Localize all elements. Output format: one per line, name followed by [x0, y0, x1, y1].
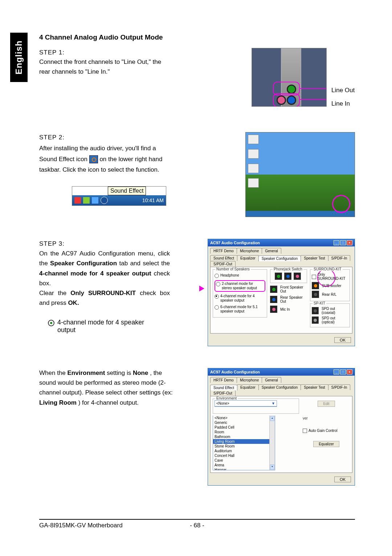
jack-icon: [270, 296, 277, 303]
environment-dropdown[interactable]: <None> ▼: [215, 400, 277, 407]
env-option[interactable]: Bathroom: [213, 434, 269, 439]
env-option-living-room[interactable]: Living Room: [213, 439, 269, 444]
checkbox-only-surround-kit[interactable]: Only SURROUND-KIT: [312, 273, 348, 281]
env-option[interactable]: Auditorium: [213, 449, 269, 453]
jack-icon: [270, 286, 277, 293]
tray-glyph-icon: [74, 197, 81, 204]
tab-spdif-out[interactable]: S/PDIF-Out: [210, 390, 236, 396]
tab-speaker-configuration[interactable]: Speaker Configuration: [258, 384, 301, 390]
jack-icon: [312, 307, 319, 314]
jack-icon: [270, 306, 277, 313]
env-option[interactable]: Generic: [213, 420, 269, 425]
t: When the: [39, 369, 68, 376]
t: tab and select the: [119, 260, 170, 267]
jack-icon: [294, 273, 301, 280]
lbl: Auto Gain Control: [309, 429, 338, 433]
ok-button[interactable]: OK: [334, 477, 351, 482]
env-option[interactable]: Hangar: [213, 467, 269, 470]
equalizer-button[interactable]: Equalizer: [313, 441, 339, 447]
env-option[interactable]: Cave: [213, 458, 269, 463]
t: Living Room: [39, 399, 77, 406]
minimize-button[interactable]: _: [334, 240, 339, 245]
t: Clear the: [39, 290, 70, 297]
tab-general[interactable]: General: [262, 248, 281, 254]
footer-model: GA-8I915MK-GV Motherboard: [39, 522, 175, 529]
label-line-out: Line Out: [331, 83, 355, 97]
radio-2ch[interactable]: 2-channel mode for stereo speaker output: [215, 280, 265, 292]
tab-hrtf-demo[interactable]: HRTF Demo: [210, 377, 237, 383]
desktop-icon: [248, 135, 259, 144]
tab-equalizer[interactable]: Equalizer: [237, 255, 259, 261]
env-option[interactable]: Padded Cell: [213, 425, 269, 430]
close-button[interactable]: ×: [347, 240, 352, 245]
radio-excerpt-label: 4-channel mode for 4 speaker output: [57, 319, 148, 334]
tab-spdif-in[interactable]: S/PDIF-In: [328, 255, 351, 261]
callout-line-in: [273, 93, 300, 107]
tab-equalizer[interactable]: Equalizer: [237, 384, 259, 390]
tab-spdif-in[interactable]: S/PDIF-In: [328, 384, 351, 390]
checkbox-auto-gain[interactable]: Auto Gain Control: [303, 428, 350, 433]
scroll-up-icon[interactable]: ▴: [270, 416, 274, 421]
tab-spdif-out[interactable]: S/PDIF-Out: [210, 261, 236, 267]
tooltip-sound-effect: Sound Effect: [108, 187, 146, 195]
ok-button[interactable]: OK: [334, 337, 351, 343]
tab-hrtf-demo[interactable]: HRTF Demo: [210, 248, 237, 254]
step1-body: Connect the front channels to "Line Out,…: [39, 58, 161, 75]
step2-text: STEP 2: After installing the audio drive…: [39, 132, 173, 175]
lbl: Rear Speaker Out: [280, 295, 307, 303]
tab-sound-effect[interactable]: Sound Effect: [210, 255, 237, 261]
ac97-window-speaker-config: AC97 Audio Configuration _ □ × HRTF Demo…: [208, 239, 355, 346]
step1-block: STEP 1: Connect the front channels to "L…: [39, 48, 355, 107]
env-option[interactable]: Concert Hall: [213, 453, 269, 458]
close-button[interactable]: ×: [347, 369, 352, 375]
radio-excerpt: 4-channel mode for 4 speaker output: [48, 319, 170, 334]
tab-row-2: Sound Effect Equalizer Speaker Configura…: [208, 254, 355, 267]
lbl: Front Speaker Out: [280, 285, 307, 293]
group-sp-kit: SP-KIT: [313, 301, 326, 305]
environment-selected: <None>: [216, 401, 229, 405]
group-phonejack: Phonejack Switch: [273, 267, 303, 271]
section-title: 4 Channel Analog Audio Output Mode: [39, 33, 355, 41]
io-panel-photo: [252, 48, 327, 107]
maximize-button[interactable]: □: [340, 369, 346, 375]
minimize-button[interactable]: _: [334, 369, 339, 375]
desktop-screenshot: [245, 132, 355, 217]
radio-4ch[interactable]: 4-channel mode for 4 speaker output: [215, 294, 265, 303]
step2-label: STEP 2:: [39, 134, 65, 141]
scrollbar[interactable]: ▴ ▾: [269, 416, 275, 470]
maximize-button[interactable]: □: [340, 240, 346, 245]
tab-microphone[interactable]: Microphone: [237, 377, 262, 383]
lbl: SPD out (optical): [322, 316, 348, 324]
group-environment: Environment: [215, 396, 238, 400]
lbl: ver: [303, 416, 350, 420]
t: Only SURROUND-KIT: [70, 290, 136, 297]
env-option[interactable]: Arena: [213, 463, 269, 467]
edit-button[interactable]: Edit: [318, 401, 335, 407]
t: Environment: [68, 369, 105, 376]
radio-6ch[interactable]: 6-channel mode for 5.1 speaker output: [215, 305, 265, 314]
env-option[interactable]: <None>: [213, 416, 269, 420]
environment-list[interactable]: <None> Generic Padded Cell Room Bathroom…: [213, 416, 269, 470]
step3-block: STEP 3: On the AC97 Audio Configuration …: [39, 239, 355, 346]
label-line-in: Line In: [331, 97, 355, 110]
desktop-icon: [248, 149, 259, 159]
tray-glyph-icon: [92, 197, 98, 204]
tab-general[interactable]: General: [262, 377, 281, 383]
tab-microphone[interactable]: Microphone: [237, 248, 262, 254]
tab-speaker-test[interactable]: Speaker Test: [301, 255, 328, 261]
tray-glyph-icon: [83, 197, 90, 204]
env-option[interactable]: Room: [213, 430, 269, 434]
sound-effect-tray-icon: [89, 155, 98, 163]
tab-speaker-test[interactable]: Speaker Test: [301, 384, 328, 390]
ac97-window-sound-effect: AC97 Audio Configuration _ □ × HRTF Demo…: [208, 368, 355, 486]
radio-headphone[interactable]: Headphone: [215, 273, 265, 278]
scroll-down-icon[interactable]: ▾: [270, 465, 274, 470]
tab-sound-effect[interactable]: Sound Effect: [210, 385, 237, 391]
step4-block: When the Environment setting is None , t…: [39, 368, 355, 486]
desktop-icon: [248, 164, 259, 173]
lbl: 6-channel mode for 5.1 speaker output: [220, 305, 265, 314]
tab-speaker-configuration[interactable]: Speaker Configuration: [258, 255, 301, 261]
jack-icon: [312, 316, 319, 324]
jack-icon: [284, 273, 291, 280]
env-option[interactable]: Stone Room: [213, 444, 269, 449]
